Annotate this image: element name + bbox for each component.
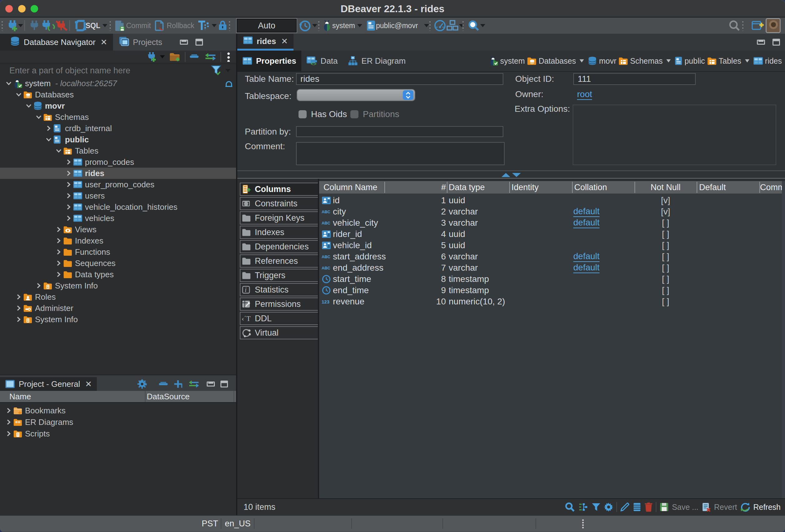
svg-text:ABC: ABC	[322, 266, 330, 270]
svg-text:<>: <>	[311, 61, 316, 66]
svg-text:ABC: ABC	[322, 221, 330, 225]
svg-text:i: i	[245, 286, 247, 293]
svg-text:ABC: ABC	[322, 209, 330, 214]
svg-text:123: 123	[322, 299, 329, 304]
svg-text:ABC: ABC	[322, 254, 330, 259]
svg-text:‹ʹT: ‹ʹT	[242, 315, 251, 323]
